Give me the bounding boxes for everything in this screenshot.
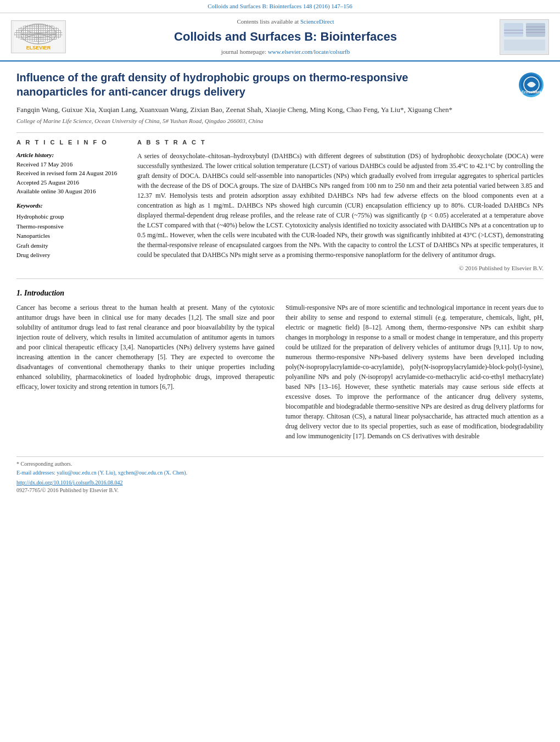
doi-link[interactable]: http://dx.doi.org/10.1016/j.colsurfb.201… <box>16 479 544 487</box>
keyword-2: Thermo-responsive <box>16 222 126 232</box>
authors: Fangqin Wang, Guixue Xia, Xuqian Lang, X… <box>16 104 544 115</box>
revised-date: Received in revised form 24 August 2016 <box>16 170 117 176</box>
abstract-text: A series of deoxycholate–chitosan–hydrox… <box>137 151 544 260</box>
intro-right-text: Stimuli-responsive NPs are of more scien… <box>285 303 544 441</box>
article-info: A R T I C L E I N F O Article history: R… <box>16 138 126 273</box>
keyword-3: Nanoparticles <box>16 231 126 241</box>
journal-right <box>494 19 549 55</box>
journal-center: Contents lists available at ScienceDirec… <box>77 18 494 56</box>
svg-text:ELSEVIER: ELSEVIER <box>26 45 51 51</box>
divider-2 <box>16 278 544 279</box>
abstract-title: A B S T R A C T <box>137 138 544 147</box>
history-label: Article history: <box>16 151 126 159</box>
accepted-date: Accepted 25 August 2016 <box>16 179 79 186</box>
footnote-area: * Corresponding authors. E-mail addresse… <box>16 456 544 494</box>
svg-point-1 <box>21 24 56 44</box>
journal-thumbnail <box>500 19 549 55</box>
abstract-col: A B S T R A C T A series of deoxycholate… <box>137 138 544 273</box>
corresponding-note: * Corresponding authors. <box>16 460 544 468</box>
elsevier-logo: ELSEVIER <box>11 20 77 53</box>
affiliation: College of Marine Life Science, Ocean Un… <box>16 117 544 125</box>
article-history: Article history: Received 17 May 2016 Re… <box>16 151 126 196</box>
svg-text:CrossMark: CrossMark <box>521 90 541 94</box>
journal-citation: Colloids and Surfaces B: Biointerfaces 1… <box>208 3 352 9</box>
intro-right-col: Stimuli-responsive NPs are of more scien… <box>285 303 544 445</box>
homepage-link[interactable]: www.elsevier.com/locate/colsurfb <box>268 48 350 55</box>
crossmark-badge[interactable]: CrossMark <box>519 72 544 97</box>
divider-1 <box>16 132 544 133</box>
journal-name: Colloids and Surfaces B: Biointerfaces <box>77 29 494 46</box>
received-date: Received 17 May 2016 <box>16 161 72 168</box>
science-direct-link[interactable]: ScienceDirect <box>300 18 334 25</box>
available-date: Available online 30 August 2016 <box>16 188 96 194</box>
keyword-4: Graft density <box>16 241 126 251</box>
crossmark-icon: CrossMark <box>519 72 544 97</box>
introduction-section: 1. Introduction Cancer has become a seri… <box>16 288 544 446</box>
article-info-abstract: A R T I C L E I N F O Article history: R… <box>16 138 544 273</box>
article-main: Influence of the graft density of hydrop… <box>0 62 560 503</box>
article-info-title: A R T I C L E I N F O <box>16 138 126 147</box>
keyword-1: Hydrophobic group <box>16 212 126 222</box>
journal-header: ELSEVIER Contents lists available at Sci… <box>0 13 560 62</box>
keywords-section: Keywords: Hydrophobic group Thermo-respo… <box>16 202 126 260</box>
intro-left-text: Cancer has become a serious threat to th… <box>16 303 275 392</box>
keyword-5: Drug delivery <box>16 250 126 260</box>
logo-area: ELSEVIER <box>11 20 77 53</box>
copyright: © 2016 Published by Elsevier B.V. <box>137 264 544 272</box>
contents-line: Contents lists available at ScienceDirec… <box>77 18 494 26</box>
intro-two-col: Cancer has become a serious threat to th… <box>16 303 544 445</box>
elsevier-logo-image: ELSEVIER <box>11 20 66 53</box>
article-title: Influence of the graft density of hydrop… <box>16 70 467 99</box>
intro-left-col: Cancer has become a serious threat to th… <box>16 303 275 445</box>
homepage-line: journal homepage: www.elsevier.com/locat… <box>77 48 494 56</box>
issn-line: 0927-7765/© 2016 Published by Elsevier B… <box>16 487 119 493</box>
journal-top-bar: Colloids and Surfaces B: Biointerfaces 1… <box>0 0 560 13</box>
article-title-section: Influence of the graft density of hydrop… <box>16 70 544 99</box>
keywords-label: Keywords: <box>16 202 126 210</box>
intro-heading: 1. Introduction <box>16 288 544 299</box>
email-line: E-mail addresses: yaliu@ouc.edu.cn (Y. L… <box>16 469 544 477</box>
svg-rect-8 <box>504 40 545 51</box>
